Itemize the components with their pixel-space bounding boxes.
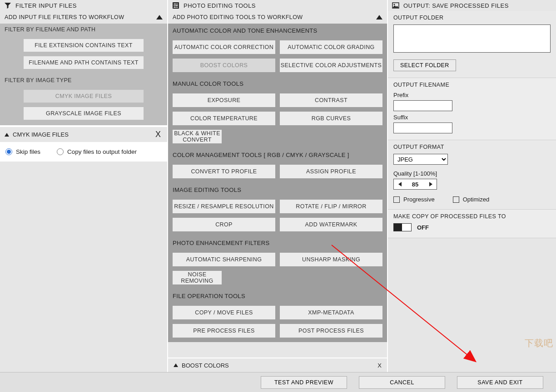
group-auto-color: AUTOMATIC COLOR AND TONE ENHANCEMENTS [168,24,387,38]
close-icon[interactable]: X [154,130,163,139]
noise-removing-button[interactable]: NOISE REMOVING [173,271,222,284]
group-enhance: PHOTO ENHANCEMENT FILTERS [168,236,387,250]
convert-to-profile-button[interactable]: CONVERT TO PROFILE [173,165,275,178]
chevron-left-icon [398,182,402,186]
assign-profile-button[interactable]: ASSIGN PROFILE [280,165,382,178]
pre-process-files-button[interactable]: PRE PROCESS FILES [173,324,275,338]
filename-path-contains-button[interactable]: FILENAME AND PATH CONTAINS TEXT [24,56,144,69]
group-manual-color: MANUAL COLOR TOOLS [168,77,387,91]
black-white-convert-button[interactable]: BLACK & WHITE CONVERT [173,130,222,143]
post-process-files-button[interactable]: POST PROCESS FILES [280,324,382,338]
rotate-flip-mirror-button[interactable]: ROTATE / FLIP / MIRROR [280,200,382,213]
add-watermark-button[interactable]: ADD WATERMARK [280,218,382,231]
optimized-checkbox[interactable]: Optimized [453,196,490,203]
svg-rect-1 [174,4,178,5]
boost-colors-button[interactable]: BOOST COLORS [173,59,275,72]
image-icon [392,1,400,10]
output-folder-label: OUTPUT FOLDER [393,15,551,21]
svg-point-5 [176,5,178,6]
selective-color-adjustments-button[interactable]: SELECTIVE COLOR ADJUSTMENTS [280,59,382,72]
collapse-icon [156,15,163,20]
chevron-right-icon [429,182,432,186]
prefix-input[interactable] [393,100,452,111]
svg-point-8 [394,4,395,5]
contrast-button[interactable]: CONTRAST [280,93,382,107]
output-format-label: OUTPUT FORMAT [393,144,551,150]
filter-panel-title: FILTER INPUT FILES [15,2,77,9]
exposure-button[interactable]: EXPOSURE [173,93,275,107]
close-icon[interactable]: X [377,362,382,369]
quality-value: 85 [406,181,425,188]
automatic-sharpening-button[interactable]: AUTOMATIC SHARPENING [173,253,275,266]
collapse-icon [5,133,9,137]
xmp-metadata-button[interactable]: XMP-METADATA [280,306,382,319]
copy-files-radio[interactable]: Copy files to output folder [57,148,137,155]
output-filename-label: OUTPUT FILENAME [393,82,551,88]
sliders-icon [172,1,180,10]
make-copy-label: MAKE COPY OF PROCESSED FILES TO [393,213,551,220]
tools-panel-title: PHOTO EDITING TOOLS [184,2,256,9]
color-temperature-button[interactable]: COLOR TEMPERATURE [173,112,275,125]
make-copy-state: OFF [417,224,429,231]
svg-rect-2 [174,5,178,6]
quality-label: Quality [1-100%] [393,170,551,177]
svg-point-4 [174,3,176,5]
unsharp-masking-button[interactable]: UNSHARP MASKING [280,253,382,266]
filter-by-type-header: FILTER BY IMAGE TYPE [0,74,167,86]
select-folder-button[interactable]: SELECT FOLDER [393,59,456,71]
test-and-preview-button[interactable]: TEST AND PREVIEW [261,376,347,389]
resize-resample-button[interactable]: RESIZE / RESAMPLE RESOLUTION [173,200,275,213]
save-and-exit-button[interactable]: SAVE AND EXIT [457,376,543,389]
automatic-color-correction-button[interactable]: AUTOMATIC COLOR CORRECTION [173,40,275,54]
collapse-icon [376,15,382,20]
quality-stepper[interactable]: 85 [393,179,437,190]
cancel-button[interactable]: CANCEL [359,376,445,389]
cmyk-image-files-button[interactable]: CMYK IMAGE FILES [24,90,144,103]
output-folder-input[interactable] [393,24,551,53]
boost-colors-expanded-header[interactable]: BOOST COLORS X [168,358,387,372]
suffix-input[interactable] [393,122,452,133]
copy-move-files-button[interactable]: COPY / MOVE FILES [173,306,275,319]
prefix-label: Prefix [393,92,551,98]
output-format-select[interactable]: JPEG [393,154,448,165]
skip-files-radio[interactable]: Skip files [5,148,40,155]
output-panel-header: OUTPUT: SAVE PROCESSED FILES [388,0,556,11]
footer-bar: TEST AND PREVIEW CANCEL SAVE AND EXIT [0,372,556,392]
automatic-color-grading-button[interactable]: AUTOMATIC COLOR GRADING [280,40,382,54]
file-extension-contains-button[interactable]: FILE EXTENSION CONTAINS TEXT [24,39,144,52]
group-file-ops: FILE OPERATION TOOLS [168,289,387,303]
funnel-icon [4,1,12,10]
group-color-mgmt: COLOR MANAGEMENT TOOLS [ RGB / CMYK / GR… [168,148,387,162]
tools-add-bar[interactable]: ADD PHOTO EDITING TOOLS TO WORKFLOW [168,11,387,24]
group-image-edit: IMAGE EDITING TOOLS [168,183,387,197]
quality-increment[interactable] [425,179,437,189]
cmyk-options-row: Skip files Copy files to output folder [0,142,167,162]
filter-add-bar[interactable]: ADD INPUT FILE FILTERS TO WORKFLOW [0,11,167,24]
suffix-label: Suffix [393,114,551,121]
quality-decrement[interactable] [394,179,406,189]
crop-button[interactable]: CROP [173,218,275,231]
cmyk-expanded-header[interactable]: CMYK IMAGE FILES X [0,127,167,142]
collapse-icon [174,363,178,367]
progressive-checkbox[interactable]: Progressive [393,196,435,203]
filter-by-name-header: FILTER BY FILENAME AND PATH [0,24,167,35]
make-copy-toggle[interactable] [393,223,412,231]
filter-panel-header: FILTER INPUT FILES [0,0,167,11]
rgb-curves-button[interactable]: RGB CURVES [280,112,382,125]
svg-point-6 [174,6,175,8]
grayscale-image-files-button[interactable]: GRAYSCALE IMAGE FILES [24,107,144,120]
tools-panel-header: PHOTO EDITING TOOLS [168,0,387,11]
output-panel-title: OUTPUT: SAVE PROCESSED FILES [403,2,509,9]
